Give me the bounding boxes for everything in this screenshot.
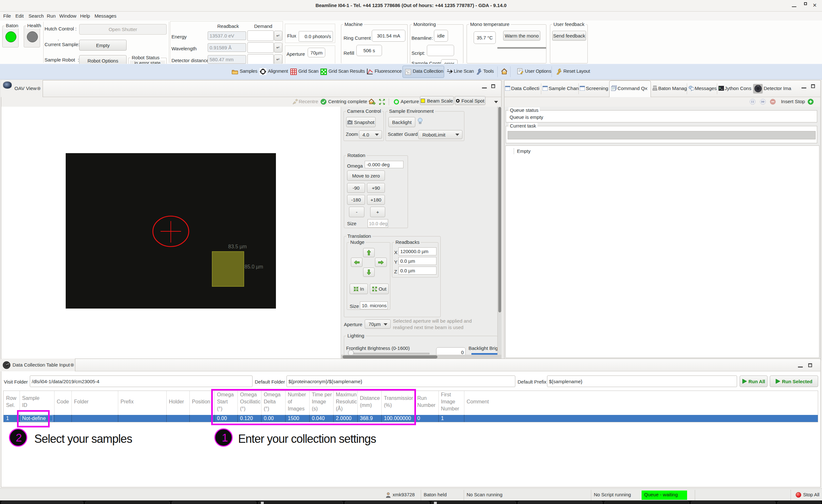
svg-text:83.5 µm: 83.5 µm [228, 244, 247, 249]
svg-text:85.0 µm: 85.0 µm [245, 264, 263, 270]
